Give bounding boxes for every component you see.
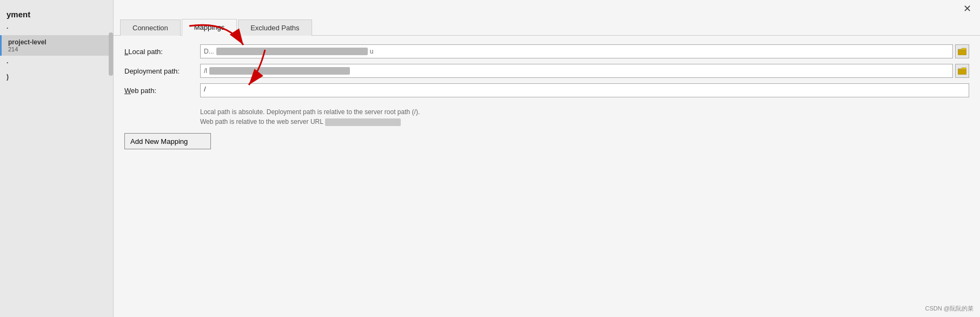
tab-connection[interactable]: Connection: [120, 19, 181, 36]
sidebar-item-label-2: ·: [6, 59, 107, 67]
local-path-browse-button[interactable]: [955, 44, 969, 58]
web-path-input[interactable]: /: [200, 83, 969, 97]
tab-mappings[interactable]: Mappings: [182, 19, 237, 36]
local-path-blur: [216, 48, 368, 55]
add-new-mapping-button[interactable]: Add New Mapping: [124, 133, 211, 149]
sidebar-item-label-3: ): [6, 73, 107, 81]
hint-line-1: Local path is absolute. Deployment path …: [200, 107, 969, 117]
web-path-label: Web path:: [124, 87, 200, 95]
deployment-path-input-container: /l: [200, 64, 969, 78]
dialog-container: yment · project-level 214 · ) ✕ Connecti…: [0, 0, 980, 317]
hint-line-2: Web path is relative to the web server U…: [200, 117, 969, 127]
deployment-path-blur: [209, 67, 350, 75]
add-mapping-row: Add New Mapping: [124, 133, 969, 149]
web-path-value: /: [204, 85, 206, 93]
main-content: ✕ Connection Mappings Excluded Paths LLo…: [114, 0, 980, 317]
local-path-input-container: D... u: [200, 44, 969, 58]
watermark: CSDN @阮阮的菜: [925, 305, 974, 313]
local-path-row: LLocal path: D... u: [124, 44, 969, 58]
sidebar-item-1[interactable]: project-level 214: [0, 35, 113, 56]
folder-icon-2: [958, 67, 966, 75]
close-button[interactable]: ✕: [961, 2, 974, 15]
tabs-bar: Connection Mappings Excluded Paths: [114, 15, 980, 36]
local-path-label: LLocal path:: [124, 48, 200, 56]
sidebar-item-sub-1: 214: [8, 46, 107, 52]
deployment-path-input[interactable]: /l: [200, 64, 953, 78]
sidebar-item-0[interactable]: ·: [0, 21, 113, 35]
deployment-path-browse-button[interactable]: [955, 64, 969, 78]
sidebar-item-3[interactable]: ): [0, 70, 113, 84]
sidebar-item-label-1: project-level: [8, 38, 107, 46]
sidebar-item-label-0: ·: [6, 24, 107, 32]
folder-icon: [958, 48, 966, 55]
svg-rect-1: [958, 69, 966, 75]
svg-rect-0: [958, 49, 966, 55]
web-path-row: Web path: /: [124, 83, 969, 97]
hint-text: Local path is absolute. Deployment path …: [124, 107, 969, 127]
sidebar-scrollbar[interactable]: [109, 32, 113, 76]
title-bar: ✕: [114, 0, 980, 15]
sidebar-item-2[interactable]: ·: [0, 56, 113, 70]
form-area: LLocal path: D... u: [114, 36, 980, 317]
tab-excluded-paths[interactable]: Excluded Paths: [238, 19, 312, 36]
deployment-path-row: Deployment path: /l: [124, 64, 969, 78]
deployment-path-label: Deployment path:: [124, 67, 200, 75]
web-path-input-container: /: [200, 83, 969, 97]
url-blur: [325, 118, 401, 126]
local-path-input[interactable]: D... u: [200, 44, 953, 58]
sidebar-title: yment: [0, 5, 113, 21]
sidebar: yment · project-level 214 · ): [0, 0, 114, 317]
